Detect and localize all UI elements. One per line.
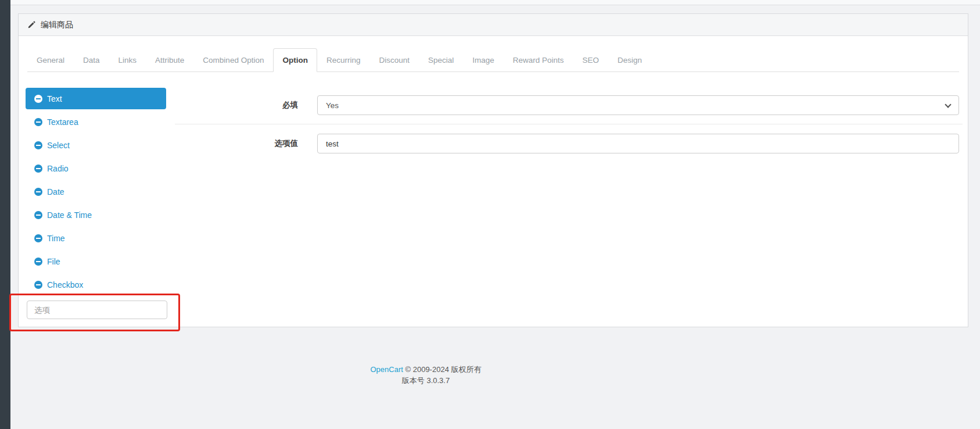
panel-heading: 编辑商品 [19, 14, 968, 36]
option-item-label: Date & Time [47, 210, 92, 220]
product-tabs: General Data Links Attribute Combined Op… [27, 49, 959, 72]
minus-circle-icon [34, 211, 42, 219]
tab-recurring[interactable]: Recurring [317, 48, 370, 72]
tab-data-label[interactable]: Data [74, 48, 109, 72]
edit-product-panel: 编辑商品 General Data Links Attribute Combin… [18, 13, 968, 327]
panel-title: 编辑商品 [41, 20, 73, 30]
option-value-label: 选项值 [193, 134, 298, 153]
option-item-label: Radio [47, 164, 69, 173]
option-item-date-time[interactable]: Date & Time [26, 204, 166, 226]
tab-combined-option-label[interactable]: Combined Option [193, 48, 273, 72]
tab-discount-label[interactable]: Discount [369, 48, 419, 72]
required-select-value: Yes [326, 101, 339, 110]
row-divider [175, 124, 963, 124]
tab-recurring-label[interactable]: Recurring [317, 48, 370, 72]
option-item-date[interactable]: Date [26, 181, 166, 202]
page: 编辑商品 General Data Links Attribute Combin… [0, 0, 980, 429]
minus-circle-icon [34, 95, 42, 103]
minus-circle-icon [34, 281, 42, 289]
tab-seo[interactable]: SEO [573, 48, 609, 72]
tab-general[interactable]: General [27, 48, 74, 72]
minus-circle-icon [34, 165, 42, 173]
option-item-label: Time [47, 234, 65, 243]
tab-attribute-label[interactable]: Attribute [146, 48, 193, 72]
tab-special-label[interactable]: Special [419, 48, 463, 72]
option-item-checkbox[interactable]: Checkbox [26, 274, 166, 295]
tab-image[interactable]: Image [463, 48, 504, 72]
option-item-textarea[interactable]: Textarea [26, 111, 166, 133]
option-item-label: Select [47, 141, 70, 150]
version-text: 版本号 3.0.3.7 [0, 375, 852, 386]
tab-design-label[interactable]: Design [608, 48, 651, 72]
tab-reward-points-label[interactable]: Reward Points [504, 48, 573, 72]
option-item-label: Textarea [47, 117, 78, 127]
option-item-text[interactable]: Text [26, 88, 166, 109]
minus-circle-icon [34, 188, 42, 196]
tab-image-label[interactable]: Image [463, 48, 504, 72]
top-header-bar [10, 0, 980, 5]
minus-circle-icon [34, 141, 42, 149]
required-select[interactable]: Yes [317, 95, 959, 115]
tab-seo-label[interactable]: SEO [573, 48, 609, 72]
tab-attribute[interactable]: Attribute [146, 48, 193, 72]
option-item-label: Checkbox [47, 280, 83, 289]
option-item-file[interactable]: File [26, 251, 166, 272]
tab-option[interactable]: Option [273, 48, 317, 72]
tab-special[interactable]: Special [419, 48, 463, 72]
minus-circle-icon [34, 118, 42, 126]
tab-option-label[interactable]: Option [273, 48, 317, 72]
option-item-time[interactable]: Time [26, 227, 166, 249]
minus-circle-icon [34, 258, 42, 266]
pencil-icon [27, 21, 35, 29]
option-type-list: Text Textarea Select Radio Date Date & T… [26, 88, 166, 297]
option-item-label: Date [47, 187, 64, 196]
copyright-text: © 2009-2024 版权所有 [405, 365, 482, 374]
option-item-radio[interactable]: Radio [26, 158, 166, 179]
tab-links-label[interactable]: Links [109, 48, 146, 72]
footer: OpenCart © 2009-2024 版权所有 版本号 3.0.3.7 [0, 364, 852, 386]
option-item-label: Text [47, 94, 62, 103]
required-label: 必填 [193, 95, 298, 115]
tab-reward-points[interactable]: Reward Points [504, 48, 573, 72]
tab-discount[interactable]: Discount [369, 48, 419, 72]
tab-general-label[interactable]: General [27, 48, 74, 72]
tab-links[interactable]: Links [109, 48, 146, 72]
opencart-link[interactable]: OpenCart [371, 365, 403, 374]
copyright-line: OpenCart © 2009-2024 版权所有 [0, 364, 852, 375]
chevron-down-icon [945, 101, 951, 108]
option-item-label: File [47, 257, 60, 266]
option-search-input[interactable] [27, 301, 167, 319]
option-value-input[interactable] [317, 134, 959, 153]
tab-data[interactable]: Data [74, 48, 109, 72]
tab-design[interactable]: Design [608, 48, 651, 72]
option-item-select[interactable]: Select [26, 134, 166, 156]
tab-combined-option[interactable]: Combined Option [193, 48, 273, 72]
minus-circle-icon [34, 234, 42, 242]
